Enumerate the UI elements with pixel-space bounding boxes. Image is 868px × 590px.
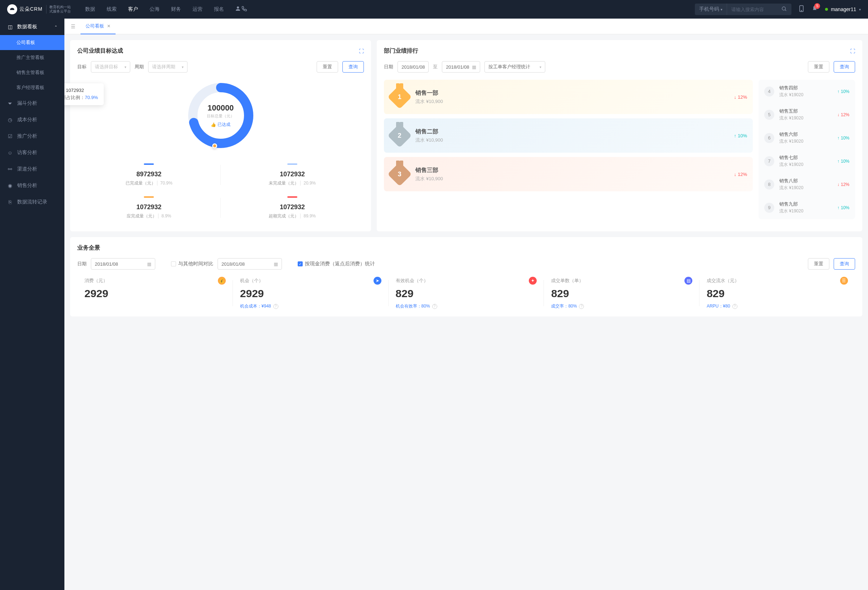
sidebar-sub-item[interactable]: 推广主管看板 <box>0 50 64 65</box>
svg-point-0 <box>237 6 239 9</box>
nav-item[interactable]: 财务 <box>171 6 181 13</box>
overview-foot: 机会成本：¥948? <box>240 303 381 309</box>
overview-item: 成交单数（单）▤829成交率：80%? <box>544 277 700 309</box>
close-icon[interactable]: ✕ <box>107 24 111 29</box>
chevron-up-icon: ⌃ <box>55 25 57 29</box>
rank-pct: ↑ 10% <box>837 135 849 141</box>
rank-pct: ↑ 10% <box>837 89 849 94</box>
overview-foot: ARPU：¥80? <box>707 303 848 309</box>
date2-input[interactable]: 2018/01/08▦ <box>217 258 282 269</box>
sidebar-sub-item[interactable]: 公司看板 <box>0 35 64 50</box>
help-icon[interactable]: ? <box>732 304 737 309</box>
reset-button[interactable]: 重置 <box>808 61 830 73</box>
user-icon[interactable] <box>235 5 241 13</box>
date-to-input[interactable]: 2018/01/08 ▦ <box>442 61 480 73</box>
stat-bar <box>287 163 297 165</box>
help-icon[interactable]: ? <box>579 304 584 309</box>
rank-sub: 流水 ¥19020 <box>779 208 832 214</box>
compare-checkbox[interactable]: 与其他时间对比 <box>171 261 213 267</box>
search-input[interactable] <box>727 7 777 12</box>
rank-pct: ↓ 12% <box>837 182 849 187</box>
stat-label: 超额完成（元）89.9% <box>221 213 364 219</box>
nav-item[interactable]: 运营 <box>192 6 202 13</box>
period-select[interactable]: 请选择周期▾ <box>148 61 187 73</box>
sidebar-item[interactable]: ⚯渠道分析 <box>0 161 64 177</box>
overview-value: 829 <box>396 287 537 300</box>
dashboard-icon: ◫ <box>7 24 13 30</box>
expand-icon[interactable]: ⛶ <box>359 48 364 54</box>
sidebar-toggle-icon[interactable]: ☰ <box>69 24 78 29</box>
checkbox-icon <box>171 261 176 266</box>
cash-consume-checkbox[interactable]: ✓ 按现金消费（返点后消费）统计 <box>298 261 375 267</box>
rank-sub: 流水 ¥19020 <box>779 138 832 144</box>
query-button[interactable]: 查询 <box>834 258 855 269</box>
reset-button[interactable]: 重置 <box>317 61 338 73</box>
target-label: 目标 <box>77 64 87 70</box>
overview-label: 有效机会（个） <box>396 278 428 284</box>
phone-icon[interactable] <box>241 5 248 13</box>
reset-button[interactable]: 重置 <box>808 258 830 269</box>
rank-number: 4 <box>764 87 774 97</box>
main-nav: 数据线索客户公海财务运营报名 <box>85 6 224 13</box>
rank-pct: ↓12% <box>734 94 747 100</box>
stat-label: 应完成量（元）8.9% <box>77 213 221 219</box>
mobile-icon[interactable] <box>799 5 804 14</box>
date1-input[interactable]: 2018/01/08▦ <box>91 258 155 269</box>
query-button[interactable]: 查询 <box>834 61 855 73</box>
sidebar-item[interactable]: ◉销售分析 <box>0 177 64 194</box>
card-title: 部门业绩排行 <box>384 47 418 55</box>
tab-company-dashboard[interactable]: 公司看板 ✕ <box>81 19 115 34</box>
rank-name: 销售四部 <box>779 85 832 91</box>
rank-name: 销售三部 <box>415 167 728 174</box>
user-menu[interactable]: manager11 ▾ <box>825 6 861 12</box>
query-button[interactable]: 查询 <box>342 61 364 73</box>
status-dot <box>825 8 828 11</box>
stat-type-select[interactable]: 按工单客户经理统计▾ <box>484 61 545 73</box>
stat-item: 1072932超额完成（元）89.9% <box>221 191 364 224</box>
help-icon[interactable]: ? <box>432 304 437 309</box>
overview-value: 2929 <box>240 287 381 300</box>
rank-row: 7销售七部流水 ¥19020↑ 10% <box>759 150 855 173</box>
clock-icon: ◷ <box>7 117 13 123</box>
stat-value: 1072932 <box>221 171 364 178</box>
thumbs-up-icon: 👍 <box>211 122 216 127</box>
nav-item[interactable]: 数据 <box>85 6 95 13</box>
nav-item[interactable]: 报名 <box>214 6 224 13</box>
nav-item[interactable]: 客户 <box>128 6 138 13</box>
stat-value: 1072932 <box>221 203 364 211</box>
stat-value: 8972932 <box>77 171 221 178</box>
sidebar-sub-item[interactable]: 销售主管看板 <box>0 65 64 80</box>
main-area: ☰ 公司看板 ✕ 公司业绩目标达成 ⛶ 目标 <box>64 19 868 590</box>
nav-item[interactable]: 公海 <box>149 6 159 13</box>
calendar-icon: ▦ <box>274 261 278 267</box>
bell-icon[interactable]: 5 <box>812 5 818 13</box>
rank-row: 9销售九部流水 ¥19020↑ 10% <box>759 196 855 219</box>
sidebar-group-dashboard[interactable]: ◫ 数据看板 ⌃ <box>0 19 64 35</box>
visitor-icon: ☺ <box>7 150 13 156</box>
rank-pct: ↑10% <box>734 133 747 138</box>
date-from-input[interactable]: 2018/01/08 <box>397 61 429 73</box>
date-label: 日期 <box>384 64 393 70</box>
expand-icon[interactable]: ⛶ <box>850 48 855 54</box>
search-icon[interactable] <box>777 6 791 13</box>
logo-icon <box>7 4 17 14</box>
eye-icon: ◉ <box>7 183 13 188</box>
sidebar-item[interactable]: ☺访客分析 <box>0 144 64 161</box>
rank-number: 7 <box>764 156 774 166</box>
target-select[interactable]: 请选择目标▾ <box>91 61 130 73</box>
logo-text: 云朵CRM <box>19 6 43 13</box>
rank-pct: ↓12% <box>734 172 747 177</box>
sidebar-item[interactable]: ◷成本分析 <box>0 112 64 128</box>
donut-chart: 100000 目标总量（元） 👍 已达成 <box>185 80 257 151</box>
sidebar-item[interactable]: ⎘数据流转记录 <box>0 194 64 210</box>
sidebar-item[interactable]: ⏷漏斗分析 <box>0 95 64 112</box>
sidebar-item[interactable]: ☑推广分析 <box>0 128 64 144</box>
nav-item[interactable]: 线索 <box>106 6 117 13</box>
sidebar-sub-item[interactable]: 客户经理看板 <box>0 80 64 95</box>
search-type-select[interactable]: 手机号码 ▾ <box>695 4 727 15</box>
logo: 云朵CRM 教育机构一站 式服务云平台 <box>7 4 71 14</box>
chart-tooltip: 1072932 所占比例：70.9% <box>64 83 104 105</box>
arrow-icon: ↓ <box>837 112 839 117</box>
help-icon[interactable]: ? <box>273 304 278 309</box>
date-label: 日期 <box>77 261 87 267</box>
